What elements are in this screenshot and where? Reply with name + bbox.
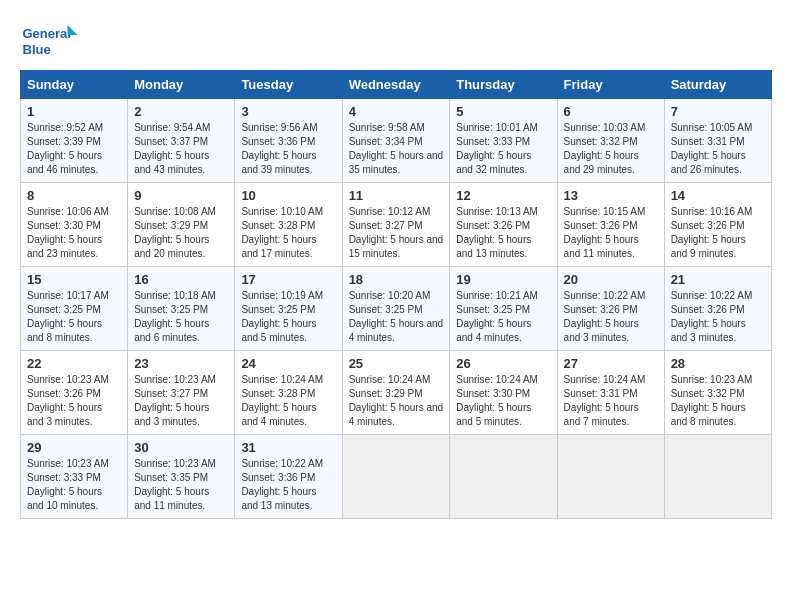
- svg-text:Blue: Blue: [23, 42, 51, 57]
- day-header-friday: Friday: [557, 71, 664, 99]
- calendar-table: SundayMondayTuesdayWednesdayThursdayFrid…: [20, 70, 772, 519]
- calendar-cell: 13 Sunrise: 10:15 AM Sunset: 3:26 PM Day…: [557, 183, 664, 267]
- calendar-cell: 28 Sunrise: 10:23 AM Sunset: 3:32 PM Day…: [664, 351, 771, 435]
- day-number: 15: [27, 272, 121, 287]
- day-number: 4: [349, 104, 444, 119]
- calendar-week-1: 1 Sunrise: 9:52 AM Sunset: 3:39 PM Dayli…: [21, 99, 772, 183]
- day-number: 29: [27, 440, 121, 455]
- day-number: 16: [134, 272, 228, 287]
- day-info: Sunrise: 10:23 AM Sunset: 3:26 PM Daylig…: [27, 373, 121, 429]
- calendar-cell: 9 Sunrise: 10:08 AM Sunset: 3:29 PM Dayl…: [128, 183, 235, 267]
- day-info: Sunrise: 9:54 AM Sunset: 3:37 PM Dayligh…: [134, 121, 228, 177]
- day-number: 11: [349, 188, 444, 203]
- day-info: Sunrise: 10:24 AM Sunset: 3:30 PM Daylig…: [456, 373, 550, 429]
- calendar-cell: 11 Sunrise: 10:12 AM Sunset: 3:27 PM Day…: [342, 183, 450, 267]
- calendar-cell: 8 Sunrise: 10:06 AM Sunset: 3:30 PM Dayl…: [21, 183, 128, 267]
- calendar-cell: 2 Sunrise: 9:54 AM Sunset: 3:37 PM Dayli…: [128, 99, 235, 183]
- svg-text:General: General: [23, 26, 71, 41]
- calendar-cell: [450, 435, 557, 519]
- calendar-week-4: 22 Sunrise: 10:23 AM Sunset: 3:26 PM Day…: [21, 351, 772, 435]
- calendar-cell: 22 Sunrise: 10:23 AM Sunset: 3:26 PM Day…: [21, 351, 128, 435]
- day-info: Sunrise: 10:24 AM Sunset: 3:29 PM Daylig…: [349, 373, 444, 429]
- calendar-cell: 18 Sunrise: 10:20 AM Sunset: 3:25 PM Day…: [342, 267, 450, 351]
- calendar-cell: 6 Sunrise: 10:03 AM Sunset: 3:32 PM Dayl…: [557, 99, 664, 183]
- day-info: Sunrise: 10:21 AM Sunset: 3:25 PM Daylig…: [456, 289, 550, 345]
- day-info: Sunrise: 10:23 AM Sunset: 3:27 PM Daylig…: [134, 373, 228, 429]
- logo: General Blue: [20, 20, 85, 60]
- calendar-cell: [557, 435, 664, 519]
- day-info: Sunrise: 10:16 AM Sunset: 3:26 PM Daylig…: [671, 205, 765, 261]
- day-info: Sunrise: 10:19 AM Sunset: 3:25 PM Daylig…: [241, 289, 335, 345]
- day-info: Sunrise: 10:03 AM Sunset: 3:32 PM Daylig…: [564, 121, 658, 177]
- day-number: 28: [671, 356, 765, 371]
- calendar-cell: 21 Sunrise: 10:22 AM Sunset: 3:26 PM Day…: [664, 267, 771, 351]
- calendar-cell: 26 Sunrise: 10:24 AM Sunset: 3:30 PM Day…: [450, 351, 557, 435]
- day-info: Sunrise: 10:17 AM Sunset: 3:25 PM Daylig…: [27, 289, 121, 345]
- day-number: 21: [671, 272, 765, 287]
- day-info: Sunrise: 10:15 AM Sunset: 3:26 PM Daylig…: [564, 205, 658, 261]
- calendar-cell: 29 Sunrise: 10:23 AM Sunset: 3:33 PM Day…: [21, 435, 128, 519]
- calendar-body: 1 Sunrise: 9:52 AM Sunset: 3:39 PM Dayli…: [21, 99, 772, 519]
- day-header-tuesday: Tuesday: [235, 71, 342, 99]
- calendar-cell: 27 Sunrise: 10:24 AM Sunset: 3:31 PM Day…: [557, 351, 664, 435]
- day-header-wednesday: Wednesday: [342, 71, 450, 99]
- day-number: 8: [27, 188, 121, 203]
- day-number: 30: [134, 440, 228, 455]
- day-number: 10: [241, 188, 335, 203]
- calendar-header-row: SundayMondayTuesdayWednesdayThursdayFrid…: [21, 71, 772, 99]
- day-header-monday: Monday: [128, 71, 235, 99]
- day-number: 24: [241, 356, 335, 371]
- calendar-cell: 23 Sunrise: 10:23 AM Sunset: 3:27 PM Day…: [128, 351, 235, 435]
- day-number: 17: [241, 272, 335, 287]
- day-number: 3: [241, 104, 335, 119]
- calendar-cell: 15 Sunrise: 10:17 AM Sunset: 3:25 PM Day…: [21, 267, 128, 351]
- day-header-saturday: Saturday: [664, 71, 771, 99]
- day-info: Sunrise: 10:01 AM Sunset: 3:33 PM Daylig…: [456, 121, 550, 177]
- calendar-cell: 3 Sunrise: 9:56 AM Sunset: 3:36 PM Dayli…: [235, 99, 342, 183]
- day-info: Sunrise: 10:13 AM Sunset: 3:26 PM Daylig…: [456, 205, 550, 261]
- page-header: General Blue: [20, 20, 772, 60]
- calendar-cell: 19 Sunrise: 10:21 AM Sunset: 3:25 PM Day…: [450, 267, 557, 351]
- calendar-cell: 5 Sunrise: 10:01 AM Sunset: 3:33 PM Dayl…: [450, 99, 557, 183]
- day-info: Sunrise: 10:18 AM Sunset: 3:25 PM Daylig…: [134, 289, 228, 345]
- svg-marker-2: [68, 25, 78, 35]
- day-info: Sunrise: 10:06 AM Sunset: 3:30 PM Daylig…: [27, 205, 121, 261]
- day-number: 6: [564, 104, 658, 119]
- calendar-cell: 24 Sunrise: 10:24 AM Sunset: 3:28 PM Day…: [235, 351, 342, 435]
- day-info: Sunrise: 10:22 AM Sunset: 3:26 PM Daylig…: [671, 289, 765, 345]
- calendar-cell: 20 Sunrise: 10:22 AM Sunset: 3:26 PM Day…: [557, 267, 664, 351]
- calendar-cell: 16 Sunrise: 10:18 AM Sunset: 3:25 PM Day…: [128, 267, 235, 351]
- calendar-week-2: 8 Sunrise: 10:06 AM Sunset: 3:30 PM Dayl…: [21, 183, 772, 267]
- day-info: Sunrise: 10:12 AM Sunset: 3:27 PM Daylig…: [349, 205, 444, 261]
- day-number: 23: [134, 356, 228, 371]
- day-number: 1: [27, 104, 121, 119]
- calendar-cell: 1 Sunrise: 9:52 AM Sunset: 3:39 PM Dayli…: [21, 99, 128, 183]
- day-number: 18: [349, 272, 444, 287]
- calendar-week-3: 15 Sunrise: 10:17 AM Sunset: 3:25 PM Day…: [21, 267, 772, 351]
- day-number: 25: [349, 356, 444, 371]
- day-number: 7: [671, 104, 765, 119]
- day-info: Sunrise: 10:22 AM Sunset: 3:26 PM Daylig…: [564, 289, 658, 345]
- day-number: 14: [671, 188, 765, 203]
- calendar-cell: 14 Sunrise: 10:16 AM Sunset: 3:26 PM Day…: [664, 183, 771, 267]
- calendar-cell: 31 Sunrise: 10:22 AM Sunset: 3:36 PM Day…: [235, 435, 342, 519]
- day-header-sunday: Sunday: [21, 71, 128, 99]
- day-info: Sunrise: 9:52 AM Sunset: 3:39 PM Dayligh…: [27, 121, 121, 177]
- day-number: 20: [564, 272, 658, 287]
- calendar-cell: 17 Sunrise: 10:19 AM Sunset: 3:25 PM Day…: [235, 267, 342, 351]
- day-number: 13: [564, 188, 658, 203]
- day-number: 9: [134, 188, 228, 203]
- day-info: Sunrise: 10:20 AM Sunset: 3:25 PM Daylig…: [349, 289, 444, 345]
- day-info: Sunrise: 10:08 AM Sunset: 3:29 PM Daylig…: [134, 205, 228, 261]
- day-number: 5: [456, 104, 550, 119]
- day-number: 26: [456, 356, 550, 371]
- calendar-cell: 30 Sunrise: 10:23 AM Sunset: 3:35 PM Day…: [128, 435, 235, 519]
- day-info: Sunrise: 10:23 AM Sunset: 3:35 PM Daylig…: [134, 457, 228, 513]
- day-number: 22: [27, 356, 121, 371]
- day-info: Sunrise: 10:10 AM Sunset: 3:28 PM Daylig…: [241, 205, 335, 261]
- day-info: Sunrise: 10:23 AM Sunset: 3:33 PM Daylig…: [27, 457, 121, 513]
- day-number: 12: [456, 188, 550, 203]
- day-info: Sunrise: 10:24 AM Sunset: 3:31 PM Daylig…: [564, 373, 658, 429]
- calendar-cell: [664, 435, 771, 519]
- day-number: 31: [241, 440, 335, 455]
